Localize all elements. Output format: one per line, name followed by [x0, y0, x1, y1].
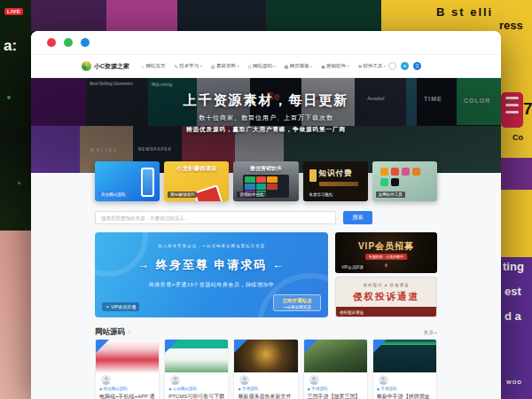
nav-item-source-code[interactable]: ⟨⟩ 网站源码 ▾	[248, 63, 276, 69]
complaint-card-label: 侵权投诉通道	[340, 310, 364, 315]
chevron-down-icon: ▾	[348, 64, 349, 68]
target-icon: ◉	[321, 64, 325, 69]
corner-ribbon-icon	[165, 340, 178, 353]
banner-title: 微信营销软件	[233, 165, 298, 173]
product-thumbnail	[234, 340, 297, 372]
user-avatar-icon[interactable]	[388, 62, 396, 70]
product-thumbnail	[304, 340, 367, 372]
nav-item-tools[interactable]: ⚒ 软件工具 ▾	[358, 63, 387, 69]
section-decor: //	[128, 330, 130, 335]
product-category[interactable]: ◆ 手游源码	[308, 387, 364, 391]
search-button[interactable]: 搜索	[343, 211, 372, 224]
bg-collage-right	[497, 0, 532, 257]
chevron-down-icon: ▾	[200, 64, 202, 68]
window-minimize-button[interactable]	[64, 38, 73, 47]
bg-collage-top	[266, 0, 381, 31]
tools-icon: ⚒	[358, 64, 362, 69]
bg-collage-top	[177, 0, 266, 31]
product-title[interactable]: 最新中手游【棋牌掘金HS】战神VM版一键端配置版+GM后台	[377, 393, 433, 399]
product-title[interactable]: 三国手游【放置三国】掘金系列一键端玩版合集+GM后台+架设教程	[308, 393, 364, 399]
banner-carousel: 商业网站源码 小龙虾赚钱项目 网创赚钱项目 微信营销软件 营销软件合集 知识付费…	[95, 161, 437, 201]
product-card[interactable]: ◆ 手游源码 最新服务器热更新文件_游戏源码下载_保姆级搭建教程	[233, 339, 298, 399]
diamond-icon: ◆	[99, 387, 102, 391]
nav-item-tech[interactable]: ✎ 技术学习 ▾	[175, 63, 202, 69]
banner-title: 小龙虾赚钱项目	[164, 165, 229, 173]
product-category[interactable]: ◆ 小说网站源码	[168, 387, 224, 391]
product-thumbnail	[373, 340, 436, 372]
complaint-card-title: 侵权投诉通道	[336, 291, 436, 303]
product-title[interactable]: 最新服务器热更新文件_游戏源码下载_保姆级搭建教程	[238, 393, 293, 399]
bg-collage-left-bottom	[0, 231, 31, 399]
banner-label: 商业网站源码	[98, 192, 128, 198]
product-card[interactable]: ◆ 手游源码 最新中手游【棋牌掘金HS】战神VM版一键端配置版+GM后台	[372, 339, 437, 399]
bg-live-badge: LIVE	[4, 8, 23, 15]
diamond-icon: ◆	[238, 387, 240, 391]
section-title: 网站源码	[95, 327, 125, 338]
navbar-actions: ✉ Q	[388, 62, 489, 70]
vip-open-badge[interactable]: ✦ VIP会员开通	[102, 302, 139, 311]
nav-item-templates[interactable]: ▦ 网页模板 ▾	[284, 63, 312, 69]
banner-card-software-tools[interactable]: 实用软件工具	[372, 161, 437, 201]
product-title[interactable]: 电脑端+手机端+APP 通用支付接口模板 小视频玩法双色模板源码	[99, 393, 155, 399]
bg-text-fragment: est	[505, 285, 521, 298]
banner-label: 网创赚钱项目	[168, 192, 197, 198]
site-navbar: 小C资源之家 ⌂ 网站首页 ✎ 技术学习 ▾ ▤ 素材资料 ▾ ⟨⟩ 网站源码 …	[31, 55, 501, 78]
product-category[interactable]: ◆ 手游源码	[377, 387, 433, 391]
code-icon: ⟨⟩	[248, 64, 252, 69]
section-header: 网站源码 //	[95, 327, 130, 338]
grid-icon: ▦	[284, 64, 288, 69]
qq-icon[interactable]: Q	[413, 62, 421, 70]
vip-promo-banner[interactable]: 加入终身至尊会员，一站式畅享全网海量精品资源 → 终身至尊 申请求码 ← 终身至…	[95, 232, 328, 317]
pencil-icon: ✎	[175, 64, 178, 69]
avatar	[309, 375, 319, 385]
bg-text-fragment: ting	[503, 260, 524, 273]
bg-text-fragment: ress	[499, 19, 523, 32]
bg-text-fragment: B st elli	[436, 5, 493, 19]
window-maximize-button[interactable]	[81, 38, 90, 47]
promo-top-text: 加入终身至尊会员，一站式畅享全网海量精品资源	[95, 244, 328, 248]
complaint-channel-card[interactable]: 侵权投诉 ● 快速通道 侵权投诉通道 侵权投诉通道	[335, 277, 437, 317]
banner-card-wechat-marketing[interactable]: 微信营销软件 营销软件合集	[233, 161, 298, 201]
app-icons-graphic	[380, 168, 426, 186]
banner-label: 实用软件工具	[376, 192, 405, 198]
nav-item-marketing[interactable]: ◉ 营销软件 ▾	[321, 63, 348, 69]
product-category[interactable]: ◆ 手游源码	[238, 387, 293, 391]
bg-collage-top	[106, 0, 177, 31]
bg-text-fragment: 7	[523, 99, 532, 119]
product-category[interactable]: ◆ 商业网站源码	[99, 387, 155, 391]
corner-ribbon-icon	[96, 340, 109, 353]
bg-app-icon	[501, 92, 523, 128]
promo-subtitle: 终身至尊=开通15个资源站终身会员，持续增加中	[95, 281, 328, 289]
search-input[interactable]	[95, 211, 336, 224]
home-icon: ⌂	[142, 64, 145, 69]
section-more-link[interactable]: 更多+	[423, 329, 437, 337]
hero-tagline: 精选优质源码，赢取广大用户青睐，争做源码第一厂商	[31, 126, 501, 134]
chevron-down-icon: ▾	[273, 64, 275, 68]
nav-item-home[interactable]: ⌂ 网站首页	[142, 63, 166, 69]
chevron-down-icon: ▾	[310, 64, 312, 68]
mail-icon[interactable]: ✉	[401, 62, 409, 70]
banner-card-crayfish-project[interactable]: 小龙虾赚钱项目 网创赚钱项目	[164, 161, 229, 201]
window-close-button[interactable]	[47, 38, 56, 47]
diamond-icon: ◆	[168, 387, 171, 391]
chevron-down-icon: ▾	[384, 64, 386, 68]
banner-graphic	[194, 184, 223, 201]
bg-collage-top	[31, 0, 106, 31]
bg-collage-left	[0, 0, 31, 231]
product-grid: ◆ 商业网站源码 电脑端+手机端+APP 通用支付接口模板 小视频玩法双色模板源…	[95, 339, 437, 399]
document-icon: ▤	[211, 64, 215, 69]
open-membership-button[interactable]: 立即开通站点 一站享全网资源	[273, 294, 321, 311]
hero-subtitle: 数十位商家、数百位用户、上百万下载次数	[31, 113, 501, 122]
product-card[interactable]: ◆ 小说网站源码 PTCMS可听可看可下载的小说站源码 带自动采集和搭建视频教程	[164, 339, 229, 399]
banner-card-knowledge-pay[interactable]: 知识付费 各类学习教程	[303, 161, 368, 201]
banner-card-website-source[interactable]: 商业网站源码	[95, 161, 160, 201]
product-card[interactable]: ◆ 手游源码 三国手游【放置三国】掘金系列一键端玩版合集+GM后台+架设教程	[303, 339, 368, 399]
vip-recruit-card[interactable]: VIP会员招募 专属特权 · 火热招募中 ∨ VIP会员招募	[335, 232, 437, 273]
product-card[interactable]: ◆ 商业网站源码 电脑端+手机端+APP 通用支付接口模板 小视频玩法双色模板源…	[95, 339, 160, 399]
site-logo[interactable]: 小C资源之家	[82, 61, 129, 71]
avatar	[170, 375, 180, 385]
product-thumbnail	[165, 340, 228, 372]
product-title[interactable]: PTCMS可听可看可下载的小说站源码 带自动采集和搭建视频教程	[168, 393, 224, 399]
vip-card-title: VIP会员招募	[335, 240, 437, 253]
nav-item-material[interactable]: ▤ 素材资料 ▾	[211, 63, 239, 69]
